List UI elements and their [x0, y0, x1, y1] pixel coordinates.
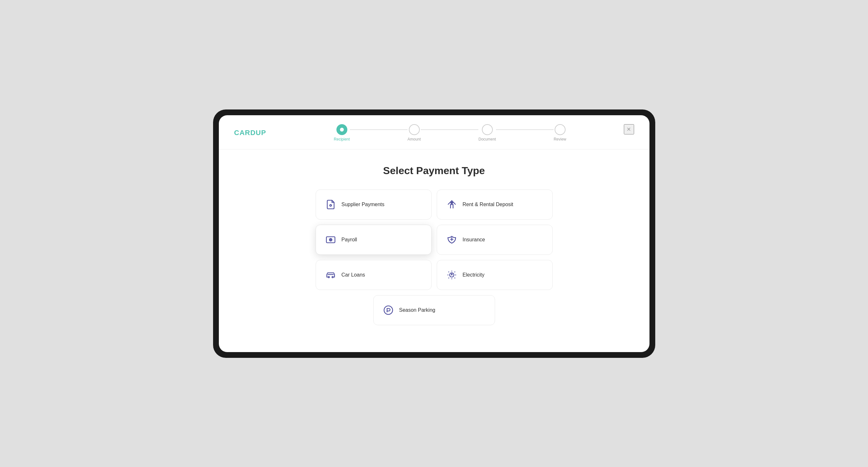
step-circle-document: [482, 124, 493, 135]
payment-card-payroll[interactable]: Payroll: [316, 225, 432, 255]
rent-icon: [446, 199, 458, 210]
rent-label: Rent & Rental Deposit: [463, 202, 513, 207]
logo-text: CARD: [234, 129, 256, 137]
page-title: Select Payment Type: [245, 165, 624, 177]
step-recipient[interactable]: Recipient: [334, 124, 350, 141]
step-label-recipient: Recipient: [334, 137, 350, 141]
payment-card-season-parking[interactable]: Season Parking: [373, 295, 495, 325]
insurance-icon: [446, 234, 458, 245]
car-loans-label: Car Loans: [342, 272, 365, 278]
svg-point-4: [328, 276, 330, 277]
logo-accent: UP: [256, 129, 266, 137]
modal-outer: CARDUP Recipient Amount: [213, 109, 655, 358]
step-line-3: [496, 129, 554, 130]
payment-card-car-loans[interactable]: Car Loans: [316, 260, 432, 290]
step-document[interactable]: Document: [478, 124, 496, 141]
payment-type-grid: Supplier Payments Rent & Rental Deposit: [316, 190, 553, 325]
logo: CARDUP: [234, 129, 266, 137]
step-label-document: Document: [478, 137, 496, 141]
svg-point-5: [332, 276, 333, 277]
season-parking-label: Season Parking: [399, 307, 435, 313]
step-label-amount: Amount: [408, 137, 421, 141]
svg-point-0: [330, 204, 331, 206]
step-label-review: Review: [554, 137, 566, 141]
car-loans-icon: [325, 269, 336, 281]
payroll-label: Payroll: [342, 237, 357, 243]
season-parking-icon: [382, 304, 394, 316]
step-amount[interactable]: Amount: [408, 124, 421, 141]
payment-card-rent[interactable]: Rent & Rental Deposit: [437, 190, 553, 220]
step-circle-recipient: [336, 124, 347, 135]
payroll-icon: [325, 234, 336, 245]
svg-point-7: [384, 306, 393, 314]
stepper: Recipient Amount Document: [266, 124, 634, 141]
close-button[interactable]: ×: [624, 124, 634, 134]
step-review[interactable]: Review: [554, 124, 566, 141]
payment-card-insurance[interactable]: Insurance: [437, 225, 553, 255]
payment-card-supplier-payments[interactable]: Supplier Payments: [316, 190, 432, 220]
step-circle-review: [555, 124, 565, 135]
supplier-payments-label: Supplier Payments: [342, 202, 384, 207]
insurance-label: Insurance: [463, 237, 485, 243]
step-line-1: [350, 129, 408, 130]
header: CARDUP Recipient Amount: [219, 115, 649, 141]
main-content: Select Payment Type Supplier Payments: [219, 149, 649, 340]
electricity-label: Electricity: [463, 272, 485, 278]
supplier-payments-icon: [325, 199, 336, 210]
electricity-icon: [446, 269, 458, 281]
modal-inner: CARDUP Recipient Amount: [219, 115, 649, 352]
step-line-2: [421, 129, 478, 130]
step-circle-amount: [409, 124, 420, 135]
payment-card-electricity[interactable]: Electricity: [437, 260, 553, 290]
